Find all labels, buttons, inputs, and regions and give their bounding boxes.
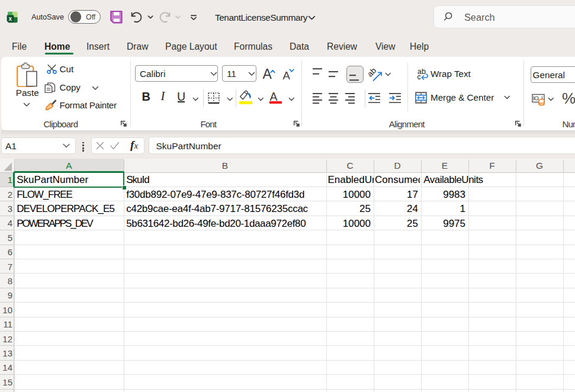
svg-text:x: x <box>9 15 12 22</box>
svg-text:c: c <box>417 73 420 81</box>
